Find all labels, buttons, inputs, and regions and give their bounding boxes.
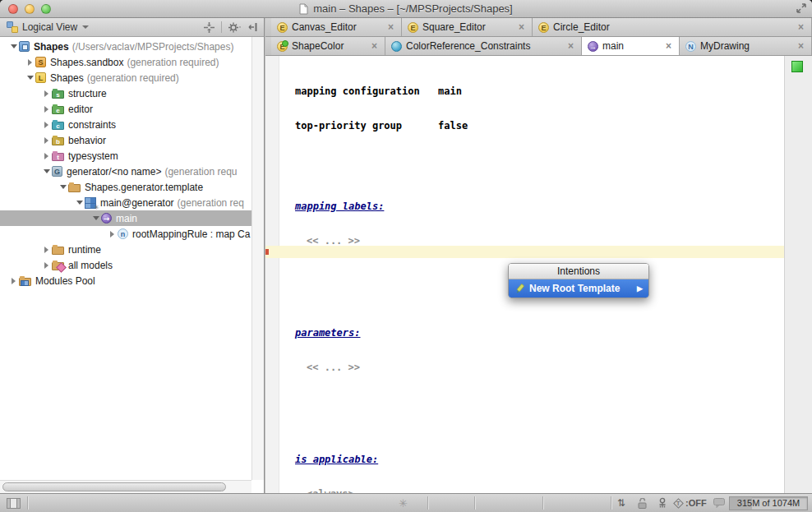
statusbar-separator [611,496,611,510]
chevron-down-icon[interactable] [8,44,19,48]
tree-item-runtime[interactable]: runtime [0,242,251,257]
tree-horizontal-scrollbar[interactable] [0,480,251,493]
lock-widget[interactable] [638,494,647,512]
close-icon[interactable]: × [664,41,673,51]
tree-item-shapes-language[interactable]: L Shapes (generation required) [0,70,251,85]
tab-circle-editor[interactable]: E Circle_Editor × [533,18,812,36]
tree-item-behavior[interactable]: behavior [0,132,251,148]
panels-toggle-icon [7,498,21,509]
top-priority-cell[interactable]: false [438,120,468,131]
tab-canvas-editor[interactable]: E Canvas_Editor × [271,18,402,36]
tab-row-1: E Canvas_Editor × E Square_Editor × E Ci… [265,18,812,37]
window-title-wrap: main – Shapes – [~/MPSProjects/Shapes] [0,2,812,15]
tree-item-root-mapping-rule[interactable]: n rootMappingRule : map Ca [0,226,251,242]
model-icon [85,197,96,209]
view-selector[interactable]: Logical View [22,21,77,33]
title-bar[interactable]: main – Shapes – [~/MPSProjects/Shapes] [0,0,812,18]
tree-item-generator[interactable]: G generator/<no name> (generation requ [0,164,251,179]
editor-scrollbar[interactable] [784,56,812,493]
placeholder-cell[interactable]: <always> [295,488,491,493]
placeholder-cell[interactable]: << ... >> [295,362,491,373]
scrollbar-thumb[interactable] [2,482,226,491]
tree-item-shapes-sandbox[interactable]: S Shapes.sandbox (generation required) [0,54,251,70]
folder-icon [52,247,64,255]
status-bar: ✳ ⇅ T :OFF 315M of 1074M [0,493,812,512]
tab-shapecolor[interactable]: E ShapeColor × [271,37,385,55]
tab-mydrawing[interactable]: N MyDrawing × [680,37,812,55]
close-icon[interactable]: × [370,41,379,51]
tree-item-project-shapes[interactable]: Shapes (/Users/vaclav/MPSProjects/Shapes… [0,39,251,54]
chevron-right-icon[interactable] [41,247,52,253]
gear-settings-icon[interactable] [228,22,242,33]
tree-item-modules-pool[interactable]: Modules Pool [0,273,251,288]
node-concept-icon: N [685,41,696,52]
tab-square-editor[interactable]: E Square_Editor × [402,18,533,36]
tree-item-all-models[interactable]: all models [0,257,251,273]
chevron-right-icon[interactable] [107,231,118,238]
placeholder-cell[interactable]: << ... >> [295,235,491,247]
tree-item-editor[interactable]: editor [0,101,251,117]
chevron-down-icon[interactable] [74,201,85,205]
tab-row-2: E ShapeColor × ColorReference_Constraint… [265,37,812,56]
memory-indicator[interactable]: 315M of 1074M [729,496,808,510]
mps-editor[interactable]: mapping configuration main top-priority … [265,56,812,493]
resize-icon[interactable] [796,2,807,14]
chevron-down-icon[interactable] [25,76,35,80]
chevron-down-icon[interactable] [41,169,52,173]
readonly-toggle-widget[interactable]: T :OFF [675,494,707,512]
tree-item-constraints[interactable]: constraints [0,117,251,132]
toggle-toolwindows-button[interactable] [7,494,21,512]
editor-concept-modified-icon: E [277,41,288,52]
chevron-down-icon[interactable] [90,216,101,220]
submenu-arrow-icon: ▶ [637,284,643,293]
chevron-right-icon[interactable] [41,90,52,97]
constraints-concept-icon [391,41,402,52]
chevron-down-icon[interactable] [58,185,68,189]
close-icon[interactable]: × [566,41,575,51]
chevron-right-icon[interactable] [41,122,52,128]
hector-inspector-widget[interactable] [657,494,668,512]
line-separator-widget[interactable]: ⇅ [617,494,625,512]
close-icon[interactable]: × [386,22,395,32]
mapping-configuration-icon: → [588,41,598,52]
tree-item-typesystem[interactable]: typesystem [0,148,251,164]
chevron-right-icon[interactable] [25,59,35,66]
tab-main-active[interactable]: → main × [582,37,680,55]
section-mapping-labels: mapping labels: << ... >> [295,178,491,270]
tree-item-generator-template[interactable]: Shapes.generator.template [0,179,251,195]
close-icon[interactable]: × [796,22,805,32]
chevron-right-icon[interactable] [41,153,52,159]
chevron-right-icon[interactable] [41,106,52,113]
collapse-all-icon[interactable] [204,22,215,33]
chevron-down-icon[interactable] [82,25,89,29]
hector-icon [657,497,668,510]
new-root-template-menu-item[interactable]: New Root Template ▶ [509,279,648,298]
tree-item-main-generator[interactable]: main@generator (generation req [0,195,251,210]
intentions-popup-title: Intentions [509,264,648,279]
tree-item-structure[interactable]: structure [0,85,251,101]
chevron-right-icon[interactable] [41,262,52,269]
tree-vertical-scrollbar[interactable] [251,37,264,480]
editor-gutter [265,56,279,493]
close-icon[interactable]: × [517,22,526,32]
config-name-cell[interactable]: main [438,85,462,97]
event-log-widget[interactable] [713,494,725,512]
tree-item-main-selected[interactable]: → main [0,210,251,226]
chevron-right-icon[interactable] [41,137,52,144]
line-marker [265,249,269,255]
hide-panel-icon[interactable] [248,22,257,32]
inspection-status-indicator[interactable] [791,61,803,72]
language-icon: L [35,72,46,83]
project-panel-header: Logical View [0,18,264,37]
top-priority-line[interactable]: top-priority group false [295,120,491,131]
mapping-configuration-icon: → [101,213,112,224]
tab-colorreference-constraints[interactable]: ColorReference_Constraints × [385,37,582,55]
close-icon[interactable]: × [796,41,805,51]
chevron-right-icon[interactable] [8,278,19,284]
project-icon [19,41,30,52]
mapping-configuration-line[interactable]: mapping configuration main [295,85,491,97]
background-process-icon: ✳ [399,494,408,512]
section-parameters: parameters: << ... >> [295,304,491,396]
structure-folder-icon [52,90,64,99]
solution-icon: S [35,57,46,67]
